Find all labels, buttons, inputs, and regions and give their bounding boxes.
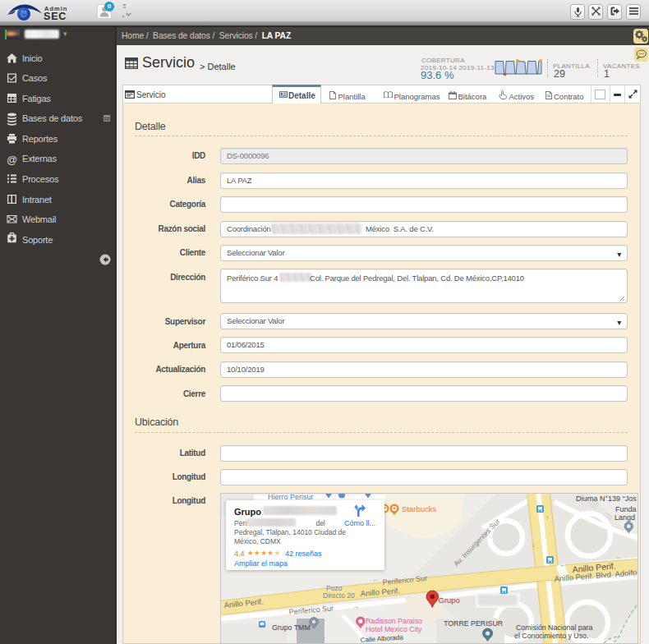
svg-text:Comisión Nacional para: Comisión Nacional para bbox=[516, 623, 592, 632]
svg-text:Diurna N°139 “Jos: Diurna N°139 “Jos bbox=[576, 494, 637, 503]
svg-text:Langd: Langd bbox=[614, 513, 635, 522]
svg-text:↓: ↓ bbox=[532, 541, 535, 549]
svg-text:Hotel Mexico City: Hotel Mexico City bbox=[366, 625, 422, 633]
svg-text:Radisson Paraiso: Radisson Paraiso bbox=[366, 617, 422, 625]
svg-text:el Conocimiento y Uso.: el Conocimiento y Uso. bbox=[514, 632, 588, 640]
svg-text:@: @ bbox=[7, 154, 17, 166]
svg-text:→: → bbox=[352, 603, 359, 610]
svg-text:↑: ↑ bbox=[545, 514, 549, 522]
svg-text:←: ← bbox=[615, 554, 622, 561]
svg-text:Grupo TMM: Grupo TMM bbox=[272, 623, 311, 632]
svg-text:Starbucks: Starbucks bbox=[402, 504, 436, 513]
svg-text:Funda: Funda bbox=[615, 505, 637, 513]
svg-text:TORRE PERISUR: TORRE PERISUR bbox=[444, 619, 503, 628]
svg-text:←: ← bbox=[372, 576, 379, 583]
svg-text:Grupo: Grupo bbox=[439, 596, 460, 605]
svg-text:Directo 20: Directo 20 bbox=[323, 591, 355, 600]
svg-text:←: ← bbox=[559, 561, 566, 568]
